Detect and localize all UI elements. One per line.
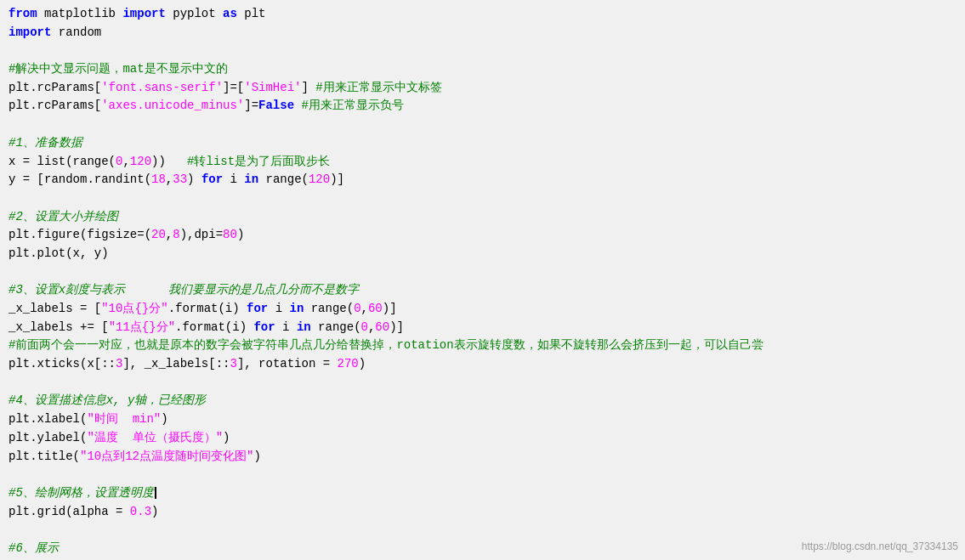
code-line-14: plt.plot(x, y) xyxy=(9,245,956,263)
code-line-9: x = list(range(0,120)) #转list是为了后面取步长 xyxy=(9,153,956,172)
code-line-10: y = [random.randint(18,33) for i in rang… xyxy=(9,171,956,189)
code-line-12: #2、设置大小并绘图 xyxy=(9,208,956,227)
code-line-23: plt.xlabel("时间 min") xyxy=(9,410,956,429)
code-line-16: #3、设置x刻度与表示 我们要显示的是几点几分而不是数字 xyxy=(9,281,956,300)
code-line-6: plt.rcParams['axes.unicode_minus']=False… xyxy=(9,97,956,116)
code-line-5: plt.rcParams['font.sans-serif']=['SimHei… xyxy=(9,79,956,98)
code-line-1: from matplotlib import pyplot as plt xyxy=(9,5,956,24)
code-line-19: #前面两个会一一对应，也就是原本的数字会被字符串几点几分给替换掉，rotatio… xyxy=(9,337,956,355)
code-line-28: plt.grid(alpha = 0.3) xyxy=(9,503,956,522)
code-line-20: plt.xticks(x[::3], _x_labels[::3], rotat… xyxy=(9,355,956,374)
code-line-24: plt.ylabel("温度 单位（摄氏度）") xyxy=(9,429,956,448)
code-line-26 xyxy=(9,466,956,484)
code-line-3 xyxy=(9,42,956,60)
code-line-22: #4、设置描述信息x, y轴，已经图形 xyxy=(9,392,956,410)
code-line-29 xyxy=(9,521,956,540)
watermark: https://blog.csdn.net/qq_37334135 xyxy=(802,539,958,555)
code-line-25: plt.title("10点到12点温度随时间变化图") xyxy=(9,448,956,467)
code-line-17: _x_labels = ["10点{}分".format(i) for i in… xyxy=(9,300,956,319)
code-line-13: plt.figure(figsize=(20,8),dpi=80) xyxy=(9,226,956,245)
code-line-21 xyxy=(9,374,956,393)
code-line-18: _x_labels += ["11点{}分".format(i) for i i… xyxy=(9,319,956,337)
code-line-4: #解决中文显示问题，mat是不显示中文的 xyxy=(9,60,956,79)
code-editor: from matplotlib import pyplot as plt imp… xyxy=(0,0,965,560)
code-line-15 xyxy=(9,263,956,282)
code-line-11 xyxy=(9,189,956,208)
code-line-27: #5、绘制网格，设置透明度 xyxy=(9,484,956,503)
code-line-2: import random xyxy=(9,24,956,42)
code-line-8: #1、准备数据 xyxy=(9,134,956,153)
code-line-7 xyxy=(9,116,956,134)
